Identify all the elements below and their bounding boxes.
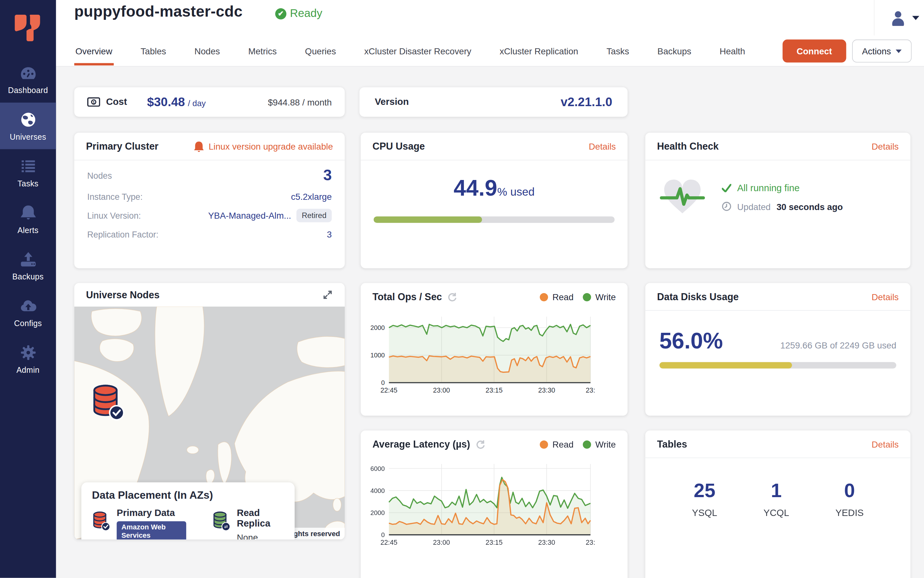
svg-text:⇄: ⇄ xyxy=(224,524,228,529)
sidebar: Dashboard Universes Tasks xyxy=(0,0,56,578)
title-row: puppyfood-master-cdc ✔ Ready xyxy=(56,0,924,36)
cost-label: Cost xyxy=(106,97,127,107)
cpu-usage-header: CPU Usage Details xyxy=(361,133,628,161)
version-value: v2.21.1.0 xyxy=(561,95,612,109)
disks-summary: 1259.66 GB of 2249 GB used xyxy=(780,340,896,350)
expand-map-button[interactable] xyxy=(322,290,333,300)
yugabyte-logo-icon xyxy=(15,13,42,42)
sidebar-item-label: Alerts xyxy=(18,226,39,235)
svg-text:23:30: 23:30 xyxy=(538,539,555,546)
tab-bar: Overview Tables Nodes Metrics Queries xC… xyxy=(56,36,924,67)
cost-day-suffix: / day xyxy=(188,99,206,108)
svg-text:0: 0 xyxy=(381,379,385,386)
universe-nodes-header: Universe Nodes xyxy=(74,283,345,307)
health-texts: All running fine Updated 30 seconds ago xyxy=(722,183,843,211)
refresh-button[interactable] xyxy=(476,439,485,449)
sidebar-item-tasks[interactable]: Tasks xyxy=(0,149,56,196)
health-details-link[interactable]: Details xyxy=(872,141,899,151)
user-icon xyxy=(890,10,906,26)
tab-backups[interactable]: Backups xyxy=(656,36,693,65)
tab-health[interactable]: Health xyxy=(718,36,746,65)
svg-text:2000: 2000 xyxy=(370,509,385,516)
sidebar-item-dashboard[interactable]: Dashboard xyxy=(0,56,56,102)
tab-nodes[interactable]: Nodes xyxy=(193,36,221,65)
version-label: Version xyxy=(375,97,409,107)
tab-metrics[interactable]: Metrics xyxy=(247,36,278,65)
sidebar-item-admin[interactable]: Admin xyxy=(0,335,56,382)
tables-body: 25 YSQL 1 YCQL 0 YEDIS xyxy=(646,458,911,518)
money-bill-icon: 1 xyxy=(87,97,100,107)
cluster-row-replication-factor: Replication Factor: 3 xyxy=(87,229,332,239)
legend-item-read: Read xyxy=(540,439,573,449)
svg-text:1000: 1000 xyxy=(370,352,385,359)
app-viewport: Dashboard Universes Tasks xyxy=(0,0,924,578)
sidebar-item-label: Admin xyxy=(16,366,39,375)
actions-label: Actions xyxy=(862,46,891,56)
disks-progress-bar xyxy=(659,362,896,368)
cluster-row-linux-version: Linux Version: YBA-Managed-Alm... Retire… xyxy=(87,209,332,222)
data-disks-body: 56.0% 1259.66 GB of 2249 GB used xyxy=(646,311,911,369)
sidebar-item-label: Universes xyxy=(10,133,46,141)
world-map[interactable]: Data Placement (In AZs) xyxy=(74,307,345,540)
backup-upload-icon xyxy=(19,251,37,268)
linux-upgrade-alert[interactable]: Linux version upgrade available xyxy=(194,141,333,152)
retired-badge: Retired xyxy=(296,209,332,222)
legend-item-write: Write xyxy=(583,439,616,449)
read-replica-value: None xyxy=(237,532,284,539)
user-menu[interactable] xyxy=(874,0,919,36)
disks-details-link[interactable]: Details xyxy=(872,292,899,302)
primary-cluster-title: Primary Cluster xyxy=(86,141,159,152)
tab-queries[interactable]: Queries xyxy=(304,36,337,65)
primary-data-label: Primary Data xyxy=(117,508,186,518)
read-replica-database-icon: ⇄ xyxy=(212,508,231,535)
svg-text:23:00: 23:00 xyxy=(433,539,450,546)
svg-text:23:00: 23:00 xyxy=(433,386,450,394)
tabs: Overview Tables Nodes Metrics Queries xC… xyxy=(74,36,772,65)
data-disks-card: Data Disks Usage Details 56.0% 1259.66 G… xyxy=(646,283,911,416)
primary-node-marker[interactable] xyxy=(91,383,126,422)
check-icon xyxy=(722,184,731,192)
tab-tasks[interactable]: Tasks xyxy=(605,36,630,65)
sidebar-item-backups[interactable]: Backups xyxy=(0,242,56,289)
tab-xcluster-replication[interactable]: xCluster Replication xyxy=(498,36,579,65)
health-updated: Updated 30 seconds ago xyxy=(722,201,843,211)
status-badge: ✔ Ready xyxy=(275,7,322,20)
check-circle-icon: ✔ xyxy=(275,8,286,19)
yugabyte-logo[interactable] xyxy=(0,0,56,56)
chevron-down-icon xyxy=(896,49,901,53)
svg-text:1: 1 xyxy=(93,100,95,105)
primary-cluster-header: Primary Cluster Linux version upgrade av… xyxy=(74,133,345,161)
cloud-upload-icon xyxy=(19,297,37,315)
tables-details-link[interactable]: Details xyxy=(872,439,899,449)
instance-type-value: c5.2xlarge xyxy=(291,192,332,201)
total-ops-header: Total Ops / Sec Read Write xyxy=(361,283,628,311)
globe-icon xyxy=(19,111,37,128)
sidebar-item-configs[interactable]: Configs xyxy=(0,289,56,336)
data-placement-panel: Data Placement (In AZs) xyxy=(81,482,295,540)
cpu-usage-value: 44.9% used xyxy=(374,176,614,201)
refresh-button[interactable] xyxy=(447,292,457,302)
sidebar-item-universes[interactable]: Universes xyxy=(0,102,56,149)
svg-text:23:15: 23:15 xyxy=(485,386,503,394)
tables-card: Tables Details 25 YSQL 1 YCQL 0 YEDIS xyxy=(646,430,911,578)
tab-tables[interactable]: Tables xyxy=(139,36,167,65)
total-ops-chart: 01000200022:4523:0023:1523:3023: xyxy=(361,311,628,411)
health-check-body: All running fine Updated 30 seconds ago xyxy=(646,161,911,217)
clock-icon xyxy=(722,202,731,211)
actions-button[interactable]: Actions xyxy=(852,40,912,63)
universe-nodes-card: Universe Nodes xyxy=(74,283,345,539)
tab-overview[interactable]: Overview xyxy=(74,36,113,65)
health-status: All running fine xyxy=(722,183,843,193)
universe-title: puppyfood-master-cdc xyxy=(74,2,243,21)
cost-card: 1 Cost $30.48/ day $944.88 / month xyxy=(74,87,345,117)
replication-factor-value: 3 xyxy=(327,229,332,239)
sidebar-item-label: Tasks xyxy=(18,179,39,188)
linux-upgrade-label: Linux version upgrade available xyxy=(209,141,333,151)
cpu-details-link[interactable]: Details xyxy=(589,141,616,151)
version-card: Version v2.21.1.0 xyxy=(359,87,628,117)
connect-button[interactable]: Connect xyxy=(782,40,846,63)
sidebar-item-alerts[interactable]: Alerts xyxy=(0,196,56,242)
cpu-usage-card: CPU Usage Details 44.9% used xyxy=(361,133,628,268)
tab-xcluster-disaster-recovery[interactable]: xCluster Disaster Recovery xyxy=(363,36,473,65)
status-label: Ready xyxy=(290,7,322,20)
